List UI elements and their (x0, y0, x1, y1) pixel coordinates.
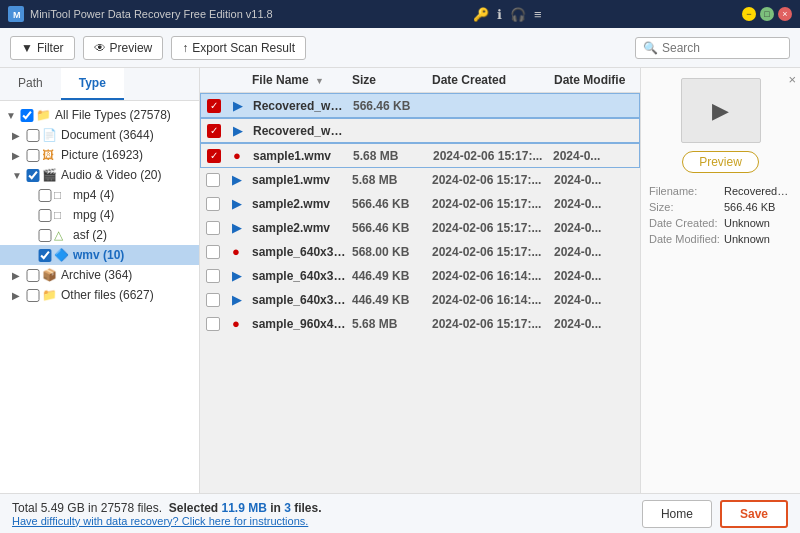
left-panel: Path Type ▼ 📁 All File Types (27578) ▶ 📄… (0, 68, 200, 493)
tree-item-archive[interactable]: ▶ 📦 Archive (364) (0, 265, 199, 285)
row4-icon: ▶ (232, 172, 252, 187)
table-row[interactable]: ▶ sample2.wmv 566.46 KB 2024-02-06 15:17… (200, 192, 640, 216)
checkbox-row9[interactable] (206, 293, 220, 307)
table-row[interactable]: ✓ ▶ Recovered_wmv_f... 566.46 KB (200, 93, 640, 118)
row8-name: sample_640x360... (252, 269, 352, 283)
row9-check[interactable] (206, 293, 232, 307)
tree-item-av[interactable]: ▼ 🎬 Audio & Video (20) (0, 165, 199, 185)
table-row[interactable]: ▶ sample2.wmv 566.46 KB 2024-02-06 15:17… (200, 216, 640, 240)
tree-check-doc[interactable] (26, 129, 40, 142)
tree-item-mpg[interactable]: □ mpg (4) (0, 205, 199, 225)
header-name[interactable]: File Name ▼ (252, 73, 352, 87)
row10-check[interactable] (206, 317, 232, 331)
row9-name: sample_640x360... (252, 293, 352, 307)
help-link[interactable]: Have difficulty with data recovery? Clic… (12, 515, 322, 527)
tree-toggle-all[interactable]: ▼ (6, 110, 20, 121)
app-title: MiniTool Power Data Recovery Free Editio… (30, 8, 273, 20)
table-row[interactable]: ▶ sample_640x360... 446.49 KB 2024-02-06… (200, 264, 640, 288)
row3-check[interactable]: ✓ (207, 149, 233, 163)
wmv-file-icon7: ▶ (232, 292, 242, 307)
row5-name: sample2.wmv (252, 197, 352, 211)
file-type-tree: ▼ 📁 All File Types (27578) ▶ 📄 Document … (0, 101, 199, 309)
home-button[interactable]: Home (642, 500, 712, 528)
checkbox-row7[interactable] (206, 245, 220, 259)
row8-date-created: 2024-02-06 16:14:... (432, 269, 554, 283)
window-controls: − □ × (742, 7, 792, 21)
filter-button[interactable]: ▼ Filter (10, 36, 75, 60)
table-row[interactable]: ▶ sample1.wmv 5.68 MB 2024-02-06 15:17:.… (200, 168, 640, 192)
save-button[interactable]: Save (720, 500, 788, 528)
table-row[interactable]: ✓ ● sample1.wmv 5.68 MB 2024-02-06 15:17… (200, 143, 640, 168)
checkbox-row2[interactable]: ✓ (207, 124, 221, 138)
close-button[interactable]: × (778, 7, 792, 21)
broken-file-icon2: ● (232, 244, 240, 259)
tree-label-pic: Picture (16923) (61, 148, 143, 162)
filename-value: Recovered_wmv_file (724, 185, 792, 197)
tree-item-picture[interactable]: ▶ 🖼 Picture (16923) (0, 145, 199, 165)
tree-item-asf[interactable]: △ asf (2) (0, 225, 199, 245)
header-date-created[interactable]: Date Created (432, 73, 554, 87)
search-input[interactable] (662, 41, 782, 55)
tree-check-wmv[interactable] (38, 249, 52, 262)
row4-check[interactable] (206, 173, 232, 187)
tree-check-asf[interactable] (38, 229, 52, 242)
minimize-button[interactable]: − (742, 7, 756, 21)
row2-name: Recovered_wmv_f... (253, 124, 353, 138)
main-content: Path Type ▼ 📁 All File Types (27578) ▶ 📄… (0, 68, 800, 493)
tree-item-other[interactable]: ▶ 📁 Other files (6627) (0, 285, 199, 305)
mp4-icon: □ (54, 188, 70, 202)
tree-item-wmv[interactable]: 🔷 wmv (10) (0, 245, 199, 265)
search-box: 🔍 (635, 37, 790, 59)
tree-item-mp4[interactable]: □ mp4 (4) (0, 185, 199, 205)
header-date-modified[interactable]: Date Modifie (554, 73, 634, 87)
tree-check-archive[interactable] (26, 269, 40, 282)
checkbox-row5[interactable] (206, 197, 220, 211)
preview-button[interactable]: Preview (682, 151, 759, 173)
row1-check[interactable]: ✓ (207, 99, 233, 113)
tab-type[interactable]: Type (61, 68, 124, 100)
tree-check-all[interactable] (20, 109, 34, 122)
checkbox-row3[interactable]: ✓ (207, 149, 221, 163)
tree-item-document[interactable]: ▶ 📄 Document (3644) (0, 125, 199, 145)
tree-toggle-wmv (24, 250, 38, 261)
tree-toggle-doc[interactable]: ▶ (12, 130, 26, 141)
row10-date-created: 2024-02-06 15:17:... (432, 317, 554, 331)
tree-toggle-other[interactable]: ▶ (12, 290, 26, 301)
tree-toggle-av[interactable]: ▼ (12, 170, 26, 181)
row9-icon: ▶ (232, 292, 252, 307)
checkbox-row4[interactable] (206, 173, 220, 187)
preview-size-row: Size: 566.46 KB (649, 201, 792, 213)
date-modified-value: Unknown (724, 233, 770, 245)
row6-check[interactable] (206, 221, 232, 235)
tree-item-all[interactable]: ▼ 📁 All File Types (27578) (0, 105, 199, 125)
row7-check[interactable] (206, 245, 232, 259)
tree-check-other[interactable] (26, 289, 40, 302)
maximize-button[interactable]: □ (760, 7, 774, 21)
tree-check-av[interactable] (26, 169, 40, 182)
tree-toggle-pic[interactable]: ▶ (12, 150, 26, 161)
table-row[interactable]: ● sample_960x400... 5.68 MB 2024-02-06 1… (200, 312, 640, 336)
row5-check[interactable] (206, 197, 232, 211)
export-button[interactable]: ↑ Export Scan Result (171, 36, 306, 60)
row2-check[interactable]: ✓ (207, 124, 233, 138)
checkbox-row10[interactable] (206, 317, 220, 331)
header-size[interactable]: Size (352, 73, 432, 87)
tab-path[interactable]: Path (0, 68, 61, 100)
row5-date-created: 2024-02-06 15:17:... (432, 197, 554, 211)
preview-toolbar-button[interactable]: 👁 Preview (83, 36, 164, 60)
checkbox-row8[interactable] (206, 269, 220, 283)
tree-check-mp4[interactable] (38, 189, 52, 202)
row8-check[interactable] (206, 269, 232, 283)
table-row[interactable]: ● sample_640x360... 568.00 KB 2024-02-06… (200, 240, 640, 264)
row3-icon: ● (233, 148, 253, 163)
tree-toggle-archive[interactable]: ▶ (12, 270, 26, 281)
tree-check-mpg[interactable] (38, 209, 52, 222)
checkbox-row6[interactable] (206, 221, 220, 235)
preview-close-icon[interactable]: × (788, 72, 796, 87)
tree-check-pic[interactable] (26, 149, 40, 162)
checkbox-row1[interactable]: ✓ (207, 99, 221, 113)
row5-icon: ▶ (232, 196, 252, 211)
row10-date-modified: 2024-0... (554, 317, 634, 331)
table-row[interactable]: ✓ ▶ Recovered_wmv_f... (200, 118, 640, 143)
table-row[interactable]: ▶ sample_640x360... 446.49 KB 2024-02-06… (200, 288, 640, 312)
